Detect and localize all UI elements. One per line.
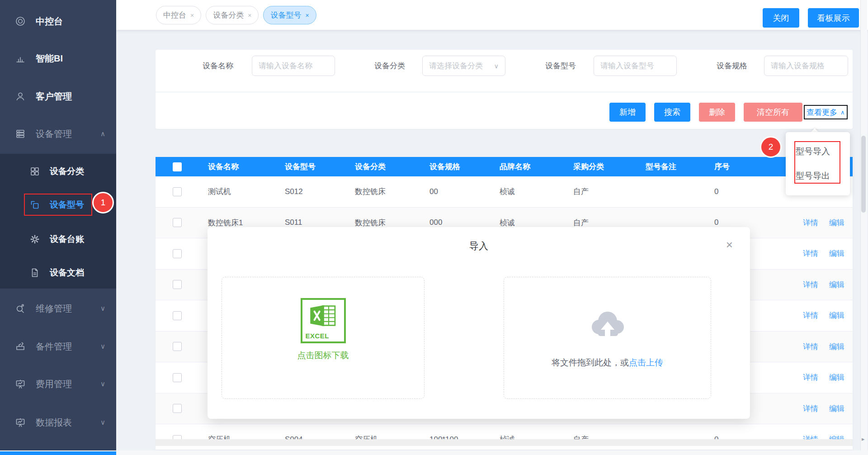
row-checkbox[interactable] [173, 373, 182, 382]
breadcrumb-tag-1[interactable]: 中控台× [156, 6, 201, 24]
template-download-zone[interactable]: EXCEL 点击图标下载 [222, 277, 425, 399]
placeholder-text: 请输入设备规格 [771, 61, 825, 71]
cell-设备型号: S012 [273, 187, 343, 196]
sidebar-item-1[interactable]: 中控台 [0, 11, 116, 31]
device-stack-icon [15, 128, 26, 139]
edit-link[interactable]: 编辑 [829, 280, 844, 290]
edit-link[interactable]: 编辑 [829, 403, 844, 414]
board-display-button[interactable]: 看板展示 [808, 8, 859, 28]
breadcrumb-tag-2[interactable]: 设备分类× [206, 6, 259, 24]
delete-button[interactable]: 删除 [699, 103, 735, 122]
row-checkbox[interactable] [173, 404, 182, 413]
row-checkbox-cell [156, 187, 196, 196]
sidebar-item-2[interactable]: 智能BI [0, 48, 116, 68]
edit-link[interactable]: 编辑 [829, 341, 844, 352]
filter-input-3[interactable]: 请输入设备型号 [594, 56, 677, 76]
sidebar-item-6[interactable]: 备件管理∨ [0, 337, 116, 356]
close-tag-icon[interactable]: × [305, 12, 309, 19]
gear-icon [29, 234, 39, 245]
vertical-scrollbar-thumb[interactable] [861, 136, 866, 213]
column-header-5: 品牌名称 [488, 161, 561, 172]
row-checkbox-cell [156, 280, 196, 289]
detail-link[interactable]: 详情 [803, 403, 818, 414]
close-tag-icon[interactable]: × [190, 12, 194, 19]
sidebar-item-3-label: 客户管理 [36, 90, 72, 103]
edit-link[interactable]: 编辑 [829, 248, 844, 259]
sidebar-subitem-3[interactable]: 设备台账 [0, 229, 116, 249]
sidebar-subitem-1[interactable]: 设备分类 [0, 161, 116, 181]
cell-序号: 0 [703, 218, 766, 227]
cell-设备规格: 00 [418, 187, 488, 196]
clear-all-button[interactable]: 清空所有 [744, 103, 802, 122]
detail-link[interactable]: 详情 [803, 280, 818, 290]
cell-品牌名称: 桢诚 [488, 218, 561, 228]
row-checkbox[interactable] [173, 342, 182, 351]
edit-link[interactable]: 编辑 [829, 372, 844, 383]
row-checkbox[interactable] [173, 280, 182, 289]
sidebar-item-5[interactable]: 维修管理∨ [0, 299, 116, 318]
detail-link[interactable]: 详情 [803, 218, 818, 228]
cell-品牌名称: 桢诚 [488, 186, 561, 197]
select-all-checkbox[interactable] [173, 162, 182, 171]
detail-link[interactable]: 详情 [803, 248, 818, 259]
sidebar-item-7[interactable]: 费用管理∨ [0, 374, 116, 394]
menu-item-2[interactable]: 型号导出 [786, 170, 850, 182]
search-button[interactable]: 搜索 [654, 103, 690, 122]
bi-chart-icon [15, 53, 26, 64]
repair-search-icon [15, 303, 26, 314]
menu-item-1[interactable]: 型号导入 [786, 146, 850, 157]
add-button[interactable]: 新增 [609, 103, 646, 122]
sidebar-subitem-4[interactable]: 设备文档 [0, 263, 116, 283]
click-upload-link[interactable]: 点击上传 [629, 358, 663, 367]
download-template-label: 点击图标下载 [297, 350, 349, 361]
filter-label-3: 设备型号 [545, 56, 576, 76]
edit-link[interactable]: 编辑 [829, 310, 844, 321]
file-dropzone[interactable]: 将文件拖到此处，或点击上传 [504, 277, 711, 399]
detail-link[interactable]: 详情 [803, 341, 818, 352]
placeholder-text: 请选择设备分类 [429, 61, 483, 71]
page-horizontal-scrollbar-thumb[interactable] [0, 451, 116, 455]
detail-link[interactable]: 详情 [803, 372, 818, 383]
row-checkbox-cell [156, 311, 196, 320]
filter-label-4: 设备规格 [717, 56, 747, 76]
filter-input-4[interactable]: 请输入设备规格 [764, 56, 848, 76]
row-checkbox[interactable] [173, 311, 182, 320]
row-actions: 详情编辑 [766, 310, 853, 321]
filter-input-1[interactable]: 请输入设备名称 [252, 56, 335, 76]
scroll-right-arrow-icon[interactable]: ▸ [862, 436, 865, 442]
vertical-scrollbar-track[interactable] [860, 0, 867, 455]
view-more-link[interactable]: 查看更多 ∧ [804, 105, 848, 119]
tag-label: 设备分类 [213, 10, 244, 20]
cell-采购分类: 自产 [561, 218, 634, 228]
table-horizontal-scrollbar[interactable] [156, 439, 853, 446]
filter-select-2[interactable]: 请选择设备分类∨ [422, 56, 505, 76]
page-horizontal-scrollbar-track[interactable] [0, 450, 868, 455]
document-icon [29, 267, 39, 278]
sidebar-item-8[interactable]: 数据报表∨ [0, 412, 116, 432]
detail-link[interactable]: 详情 [803, 310, 818, 321]
row-checkbox[interactable] [173, 249, 182, 258]
edit-link[interactable]: 编辑 [829, 218, 844, 228]
sidebar-item-3[interactable]: 客户管理 [0, 86, 116, 106]
row-checkbox-cell [156, 404, 196, 413]
close-button[interactable]: 关闭 [763, 8, 799, 28]
sidebar: 中控台智能BI客户管理设备管理∧设备分类设备型号设备台账设备文档维修管理∨备件管… [0, 0, 116, 455]
row-actions: 详情编辑 [766, 280, 853, 290]
step-badge-2: 2 [760, 136, 782, 158]
row-checkbox[interactable] [173, 187, 182, 196]
divider [156, 92, 853, 92]
sidebar-item-4[interactable]: 设备管理∧ [0, 124, 116, 144]
column-header-8: 序号 [703, 161, 766, 172]
close-tag-icon[interactable]: × [248, 12, 251, 19]
modal-close-icon[interactable]: × [726, 239, 733, 251]
row-checkbox-cell [156, 342, 196, 351]
breadcrumb-tag-3[interactable]: 设备型号× [263, 6, 316, 24]
excel-template-icon[interactable]: EXCEL [301, 298, 346, 343]
sidebar-subitem-3-label: 设备台账 [50, 233, 84, 245]
sidebar-item-7-label: 费用管理 [36, 378, 72, 390]
row-checkbox[interactable] [173, 218, 182, 227]
excel-label: EXCEL [306, 332, 330, 340]
placeholder-text: 请输入设备型号 [600, 61, 654, 71]
model-copy-icon [29, 199, 39, 210]
sidebar-item-8-label: 数据报表 [36, 417, 72, 429]
